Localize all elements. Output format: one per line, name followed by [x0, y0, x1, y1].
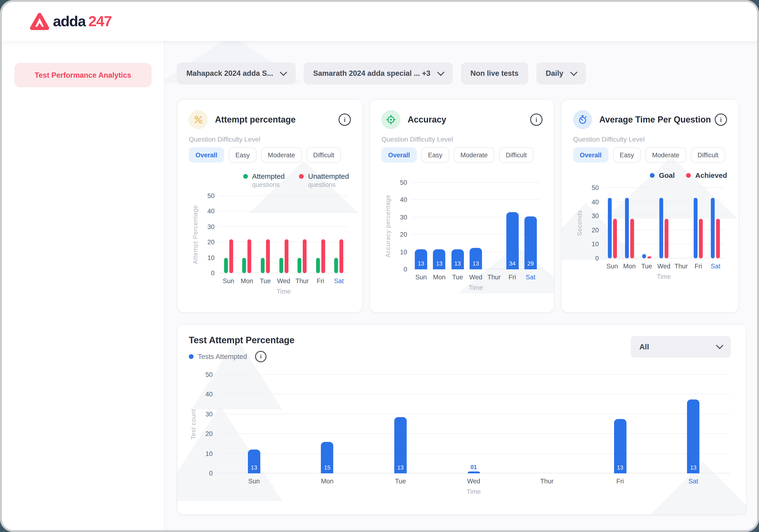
x-tick-sun: Sun [219, 278, 238, 285]
bar-group-mon: 15 [291, 375, 364, 474]
bar-attempted-questions [279, 258, 283, 273]
pill-difficult[interactable]: Difficult [499, 147, 534, 163]
info-icon[interactable]: i [715, 113, 727, 126]
logo-text: adda247 [53, 13, 111, 30]
pill-easy[interactable]: Easy [613, 147, 641, 163]
plot-area: Seconds 50403020100 [604, 188, 724, 258]
pill-overall[interactable]: Overall [189, 147, 224, 163]
y-tick: 20 [592, 227, 599, 234]
pill-easy[interactable]: Easy [229, 147, 257, 163]
non-live-tests-filter[interactable]: Non live tests [461, 62, 528, 84]
chevron-down-icon [570, 68, 578, 76]
x-tick-wed: Wed [655, 263, 672, 270]
card-title: Attempt percentage [215, 115, 296, 125]
chevron-down-icon [716, 342, 723, 349]
non-live-tests-label: Non live tests [470, 69, 519, 78]
y-tick: 30 [400, 214, 407, 221]
bar-attempted-questions [224, 258, 228, 273]
app-window: adda247 Test Performance Analytics Mahap… [0, 0, 759, 532]
x-tick-tue: Tue [448, 274, 467, 281]
difficulty-label: Question Difficulty Level [381, 135, 542, 143]
info-icon[interactable]: i [339, 113, 351, 126]
x-axis-title: Time [219, 288, 348, 295]
chart-legend: Attempted questions Unattempted question… [189, 172, 351, 188]
x-tick-sat: Sat [330, 278, 348, 285]
bar-group-sun [604, 188, 621, 258]
y-tick: 10 [207, 254, 215, 261]
series-select-dropdown[interactable]: All [631, 336, 731, 358]
y-tick: 40 [400, 196, 407, 204]
bar-accuracy: 13 [415, 249, 427, 269]
legend-goal: Goal [650, 171, 675, 179]
x-tick-sat: Sat [521, 274, 540, 281]
pill-easy[interactable]: Easy [421, 147, 449, 163]
y-tick: 30 [207, 223, 215, 231]
y-tick: 40 [207, 208, 215, 215]
difficulty-pills: Overall Easy Moderate Difficult [189, 147, 351, 163]
pill-overall[interactable]: Overall [381, 147, 417, 163]
x-tick-sun: Sun [604, 263, 621, 270]
pill-overall[interactable]: Overall [573, 147, 608, 163]
y-tick: 10 [206, 450, 213, 457]
y-axis-title: Test count [190, 375, 197, 474]
stat-cards-row: Attempt percentage i Question Difficulty… [177, 99, 747, 313]
bar-attempted-questions [242, 258, 246, 273]
period-filter-dropdown[interactable]: Daily [536, 62, 586, 84]
bar-group-tue: 13 [448, 183, 467, 269]
bar-group-thur [485, 183, 503, 269]
bar-achieved [716, 219, 720, 258]
filter-bar: Mahapack 2024 adda S... Samarath 2024 ad… [177, 62, 747, 84]
difficulty-pills: Overall Easy Moderate Difficult [573, 147, 727, 163]
adda247-logo: adda247 [29, 13, 111, 30]
percent-icon [189, 110, 208, 129]
x-tick-wed: Wed [437, 478, 510, 485]
difficulty-label: Question Difficulty Level [189, 135, 351, 143]
x-tick-wed: Wed [467, 274, 485, 281]
bar-group-mon [238, 196, 256, 273]
bar-value: 34 [509, 260, 516, 267]
bar-tests-attempted: 13 [614, 419, 626, 474]
top-bar: adda247 [2, 2, 757, 41]
bar-goal [659, 198, 663, 258]
pill-moderate[interactable]: Moderate [646, 147, 686, 163]
average-time-chart: Seconds 50403020100 SunMonTueWedThurFriS… [573, 188, 727, 280]
bar-goal [625, 198, 629, 258]
bar-achieved [613, 219, 617, 258]
course-filter-dropdown[interactable]: Mahapack 2024 adda S... [177, 62, 296, 84]
pill-difficult[interactable]: Difficult [306, 147, 341, 163]
pill-moderate[interactable]: Moderate [454, 147, 495, 163]
bar-group-mon: 13 [430, 183, 449, 269]
bar-value: 13 [473, 260, 479, 267]
bars: 131513011313 [218, 375, 730, 474]
bar-group-tue: 13 [364, 375, 437, 474]
sidebar-item-test-performance-analytics[interactable]: Test Performance Analytics [14, 63, 152, 87]
bar-group-fri [311, 196, 330, 273]
bar-group-sun [219, 196, 238, 273]
y-tick: 40 [592, 198, 599, 206]
bar-accuracy: 13 [451, 249, 464, 269]
x-axis-title: Time [218, 488, 730, 495]
y-tick: 0 [211, 270, 215, 277]
period-filter-label: Daily [546, 69, 563, 78]
x-axis-title: Time [604, 273, 724, 280]
red-dot-icon [299, 174, 304, 179]
test-series-filter-dropdown[interactable]: Samarath 2024 adda special ... +3 [304, 62, 453, 84]
bar-group-fri: 34 [503, 183, 522, 269]
pill-moderate[interactable]: Moderate [261, 147, 302, 163]
bar-value: 13 [251, 464, 257, 471]
bar-value: 13 [690, 464, 697, 471]
x-tick-thur: Thur [485, 274, 503, 281]
y-tick: 0 [595, 255, 599, 262]
bars [219, 196, 348, 273]
bar-group-sun: 13 [218, 375, 291, 474]
card-title: Average Time Per Question [599, 115, 711, 125]
bar-value: 13 [617, 464, 623, 471]
info-icon[interactable]: i [530, 113, 542, 126]
y-tick: 0 [404, 266, 407, 273]
info-icon[interactable]: i [255, 351, 266, 362]
bar-value: 15 [324, 464, 330, 471]
bar-accuracy: 13 [433, 249, 446, 269]
y-axis-title: Accuracy percentage [384, 183, 391, 269]
accuracy-card: Accuracy i Question Difficulty Level Ove… [370, 99, 554, 313]
pill-difficult[interactable]: Difficult [691, 147, 725, 163]
